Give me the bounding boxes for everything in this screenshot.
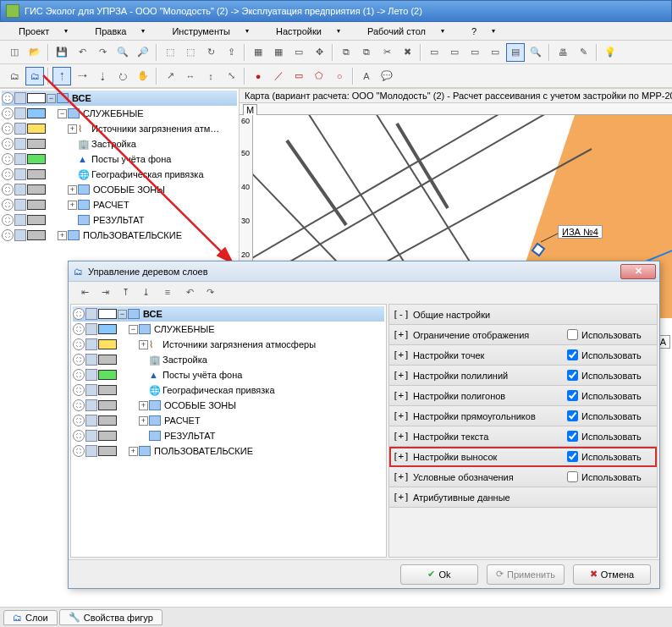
settings-row-4[interactable]: [+]Настройки полигоновИспользовать [389, 386, 657, 406]
tree-service[interactable]: − СЛУЖЕБНЫЕ [2, 106, 237, 121]
printer-icon[interactable] [85, 354, 97, 366]
tree-sources[interactable]: + ⌇ Источники загрязнения атм… [2, 121, 237, 136]
printer-icon[interactable] [85, 399, 97, 411]
use-checkbox[interactable] [567, 390, 578, 401]
draw-circ-icon[interactable]: ○ [330, 67, 349, 85]
eye-icon[interactable] [2, 184, 14, 195]
eye-icon[interactable] [73, 399, 85, 411]
tool-cut-icon[interactable]: ✂ [377, 43, 396, 62]
style-swatch[interactable] [27, 184, 46, 195]
tool-layers-manage-icon[interactable]: ▤ [506, 43, 525, 62]
dlg-redo-icon[interactable]: ↷ [201, 283, 219, 301]
printer-icon[interactable] [85, 415, 97, 426]
settings-row-1[interactable]: [+]Ограничение отображенияИспользовать [389, 325, 657, 345]
style-swatch[interactable] [98, 309, 117, 319]
style-swatch[interactable] [27, 108, 46, 118]
tool-mark-icon[interactable]: ✎ [574, 43, 592, 62]
tree-root[interactable]: − ВСЕ [2, 91, 237, 106]
expand-icon[interactable]: [+] [393, 471, 410, 482]
printer-icon[interactable] [85, 338, 97, 350]
printer-icon[interactable] [85, 369, 97, 381]
menu-settings[interactable]: Настройки▾ [262, 26, 354, 36]
tool-opt4-icon[interactable]: ▭ [486, 43, 504, 62]
dlg-tree-user[interactable]: + ПОЛЬЗОВАТЕЛЬСКИЕ [73, 443, 384, 459]
tree-zones[interactable]: + ОСОБЫЕ ЗОНЫ [2, 182, 237, 197]
printer-icon[interactable] [14, 214, 26, 226]
eye-icon[interactable] [73, 308, 85, 320]
expand-icon[interactable]: [+] [393, 370, 410, 381]
tool-open-icon[interactable]: 📂 [25, 43, 44, 62]
expand-icon[interactable]: [+] [393, 492, 410, 503]
dlg-tree-result[interactable]: РЕЗУЛЬТАТ [73, 428, 384, 443]
expand-icon[interactable]: + [129, 447, 138, 456]
use-checkbox[interactable] [567, 410, 578, 421]
draw-text-icon[interactable]: A [357, 67, 376, 85]
printer-icon[interactable] [85, 445, 97, 457]
tree-user[interactable]: + ПОЛЬЗОВАТЕЛЬСКИЕ [2, 228, 237, 243]
eye-icon[interactable] [73, 415, 85, 426]
printer-icon[interactable] [14, 92, 26, 104]
style-swatch[interactable] [27, 124, 46, 134]
dlg-tool-4-icon[interactable]: ⤓ [136, 283, 155, 301]
draw-l2-icon[interactable]: ↔ [181, 67, 200, 85]
collapse-icon[interactable]: − [118, 310, 127, 319]
printer-icon[interactable] [85, 384, 97, 396]
expand-icon[interactable]: [+] [393, 329, 410, 340]
settings-row-8[interactable]: [+]Условные обозначенияИспользовать [389, 467, 657, 487]
draw-hand-icon[interactable]: ✋ [134, 67, 152, 85]
settings-row-2[interactable]: [+]Настройки точекИспользовать [389, 345, 657, 366]
close-button[interactable]: ✕ [620, 264, 656, 279]
tool-find-icon[interactable]: 🔍 [526, 43, 545, 62]
tree-result[interactable]: РЕЗУЛЬТАТ [2, 212, 237, 228]
tool-layer-add-icon[interactable]: ⬚ [161, 43, 179, 62]
tool-export-icon[interactable]: ⇪ [222, 43, 240, 62]
settings-row-9[interactable]: [+]Атрибутивные данные [389, 487, 657, 508]
eye-icon[interactable] [73, 323, 85, 335]
eye-icon[interactable] [73, 338, 85, 350]
printer-icon[interactable] [14, 168, 26, 180]
tool-print-icon[interactable]: 🖶 [554, 43, 572, 62]
tree-posts[interactable]: ▲ Посты учёта фона [2, 151, 237, 167]
collapse-icon[interactable]: − [58, 109, 67, 118]
tree-calc[interactable]: + РАСЧЕТ [2, 197, 237, 212]
style-swatch[interactable] [27, 154, 46, 164]
style-swatch[interactable] [98, 446, 117, 456]
expand-icon[interactable]: + [68, 124, 77, 134]
menu-tools[interactable]: Инструменты▾ [158, 26, 262, 36]
menu-edit[interactable]: Правка▾ [81, 26, 158, 36]
tool-opt2-icon[interactable]: ▭ [445, 43, 464, 62]
style-swatch[interactable] [98, 324, 117, 334]
dlg-tree-service[interactable]: − СЛУЖЕБНЫЕ [73, 322, 384, 337]
printer-icon[interactable] [85, 323, 97, 335]
printer-icon[interactable] [14, 138, 26, 150]
tool-select-icon[interactable]: ▭ [289, 43, 308, 62]
printer-icon[interactable] [14, 229, 26, 241]
tool-table-icon[interactable]: ▦ [249, 43, 267, 62]
eye-icon[interactable] [73, 369, 85, 381]
style-swatch[interactable] [27, 93, 46, 103]
tool-copy-icon[interactable]: ⧉ [337, 43, 355, 62]
draw-edit-icon[interactable]: ⭬ [73, 67, 91, 85]
eye-icon[interactable] [2, 214, 14, 226]
tool-redo-icon[interactable]: ↷ [93, 43, 112, 62]
use-checkbox[interactable] [567, 451, 578, 462]
use-checkbox[interactable] [567, 431, 578, 442]
tool-new-icon[interactable]: ◫ [5, 43, 24, 62]
settings-row-6[interactable]: [+]Настройки текстаИспользовать [389, 426, 657, 447]
tab-shape-props[interactable]: 🔧Свойства фигур [59, 609, 162, 625]
printer-icon[interactable] [14, 123, 26, 135]
dlg-tree-root[interactable]: − ВСЕ [73, 306, 384, 322]
dlg-tree-calc[interactable]: + РАСЧЕТ [73, 413, 384, 428]
printer-icon[interactable] [85, 308, 97, 320]
style-swatch[interactable] [27, 230, 46, 240]
settings-row-0[interactable]: [-]Общие настройки [389, 305, 657, 325]
dlg-tool-5-icon[interactable]: ≡ [158, 283, 177, 301]
eye-icon[interactable] [2, 199, 14, 211]
printer-icon[interactable] [14, 199, 26, 211]
cancel-button[interactable]: ✖Отмена [573, 564, 651, 585]
tool-save-icon[interactable]: 💾 [52, 43, 71, 62]
tool-opt3-icon[interactable]: ▭ [465, 43, 484, 62]
eye-icon[interactable] [2, 168, 14, 180]
collapse-icon[interactable]: − [47, 94, 56, 103]
eye-icon[interactable] [73, 354, 85, 366]
